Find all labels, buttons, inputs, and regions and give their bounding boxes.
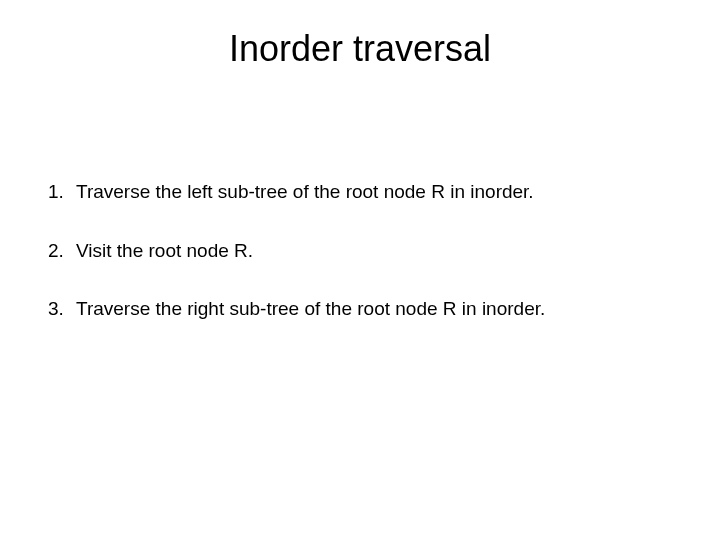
steps-list: 1. Traverse the left sub-tree of the roo… (48, 180, 672, 322)
list-item: 3. Traverse the right sub-tree of the ro… (48, 297, 672, 322)
item-text: Traverse the right sub-tree of the root … (76, 297, 672, 322)
item-number: 2. (48, 239, 76, 264)
list-item: 2. Visit the root node R. (48, 239, 672, 264)
item-text: Visit the root node R. (76, 239, 672, 264)
item-text: Traverse the left sub-tree of the root n… (76, 180, 672, 205)
item-number: 1. (48, 180, 76, 205)
item-number: 3. (48, 297, 76, 322)
list-item: 1. Traverse the left sub-tree of the roo… (48, 180, 672, 205)
slide-title: Inorder traversal (48, 28, 672, 70)
